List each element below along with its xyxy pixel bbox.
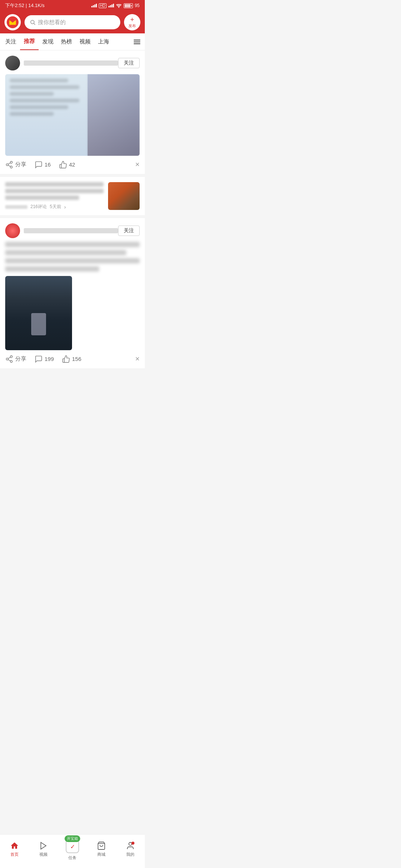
feed: 关注 <box>0 50 145 401</box>
status-bar: 下午2:52 | 14.1K/s HD 95 <box>0 0 145 11</box>
wifi-icon <box>116 3 122 8</box>
app-header: 搜你想看的 + 发布 <box>0 11 145 33</box>
svg-point-4 <box>6 164 9 166</box>
news-meta: 216评论 5天前 › <box>5 204 104 210</box>
text-line-3 <box>5 258 140 263</box>
news-card[interactable]: 216评论 5天前 › <box>0 177 145 215</box>
publish-button[interactable]: + 发布 <box>124 14 140 30</box>
post-1-comment-count: 16 <box>45 161 51 168</box>
post-1-username <box>24 60 118 66</box>
text-line-4 <box>5 266 99 272</box>
post-2-comment-count: 199 <box>45 356 54 362</box>
svg-point-1 <box>31 20 34 24</box>
post-2-actions: 分享 199 156 × <box>5 355 140 363</box>
post-2-like[interactable]: 156 <box>62 355 81 363</box>
post-1-share-label: 分享 <box>15 161 26 168</box>
battery-icon <box>124 3 133 8</box>
text-line-2 <box>5 250 126 255</box>
svg-line-12 <box>8 357 10 358</box>
share-icon <box>5 161 13 169</box>
hamburger-icon <box>134 40 140 44</box>
svg-point-9 <box>6 358 9 360</box>
post-1-avatar[interactable] <box>5 56 20 70</box>
post-1-header: 关注 <box>5 56 140 70</box>
news-comment-count: 216评论 <box>30 204 47 210</box>
svg-point-8 <box>10 355 13 358</box>
publish-plus-icon: + <box>130 16 134 23</box>
svg-point-5 <box>10 166 13 168</box>
app-logo[interactable] <box>4 14 21 30</box>
svg-line-6 <box>8 165 10 167</box>
tab-shanghai[interactable]: 上海 <box>94 34 113 50</box>
news-title-line-2 <box>5 189 104 193</box>
news-content: 216评论 5天前 › <box>5 182 104 210</box>
post-2-like-count: 156 <box>72 356 81 362</box>
news-title-line-1 <box>5 182 104 187</box>
signal-icon-2 <box>108 4 114 7</box>
post-2-image <box>5 276 72 350</box>
status-time-speed: 下午2:52 | 14.1K/s <box>5 2 45 9</box>
post-1-share[interactable]: 分享 <box>5 161 26 169</box>
post-1-follow-button[interactable]: 关注 <box>118 58 140 68</box>
post-2-text <box>5 242 140 272</box>
comment-icon <box>35 161 43 169</box>
search-placeholder: 搜你想看的 <box>38 19 66 26</box>
post-1-like[interactable]: 42 <box>59 161 75 169</box>
post-1-like-count: 42 <box>69 161 75 168</box>
post-card-1: 关注 <box>0 50 145 174</box>
hd-icon: HD <box>99 3 106 8</box>
news-title-line-3 <box>5 195 79 200</box>
post-1-content <box>5 74 140 156</box>
tab-video[interactable]: 视频 <box>76 34 94 50</box>
post-2-header: 关注 <box>5 223 140 238</box>
post-1-close-button[interactable]: × <box>135 160 140 169</box>
post-2-share[interactable]: 分享 <box>5 355 26 363</box>
post-2-comment[interactable]: 199 <box>35 355 54 363</box>
post-2-close-button[interactable]: × <box>135 355 140 363</box>
svg-line-11 <box>8 359 10 361</box>
news-time: 5天前 <box>50 204 61 210</box>
search-icon <box>30 19 36 25</box>
search-bar[interactable]: 搜你想看的 <box>25 15 120 29</box>
post-1-comment[interactable]: 16 <box>35 161 51 169</box>
post-2-share-label: 分享 <box>15 355 26 362</box>
news-arrow-icon: › <box>64 204 66 210</box>
comment-icon-2 <box>35 355 43 363</box>
post-1-actions: 分享 16 42 × <box>5 160 140 169</box>
tab-recommend[interactable]: 推荐 <box>20 33 39 50</box>
like-icon-2 <box>62 355 70 363</box>
svg-line-7 <box>8 162 10 164</box>
tab-follow[interactable]: 关注 <box>1 34 20 50</box>
text-line-1 <box>5 242 140 247</box>
nav-more-button[interactable] <box>131 35 143 49</box>
post-2-follow-button[interactable]: 关注 <box>118 226 140 236</box>
battery-percent: 95 <box>135 3 140 8</box>
svg-line-2 <box>34 23 35 25</box>
nav-tabs: 关注 推荐 发现 热榜 视频 上海 <box>0 33 145 50</box>
publish-label: 发布 <box>128 23 136 29</box>
news-source <box>5 205 27 209</box>
news-image <box>108 182 140 210</box>
post-2-username <box>24 228 118 233</box>
svg-point-3 <box>10 161 13 163</box>
like-icon <box>59 161 67 169</box>
tab-discover[interactable]: 发现 <box>39 34 57 50</box>
post-card-2: 关注 分享 <box>0 218 145 368</box>
svg-point-0 <box>118 7 119 8</box>
svg-point-10 <box>10 360 13 362</box>
signal-icon <box>91 4 97 7</box>
post-2-avatar[interactable] <box>5 223 20 238</box>
tab-hot[interactable]: 热榜 <box>57 34 76 50</box>
share-icon-2 <box>5 355 13 363</box>
status-icons: HD 95 <box>91 3 140 8</box>
